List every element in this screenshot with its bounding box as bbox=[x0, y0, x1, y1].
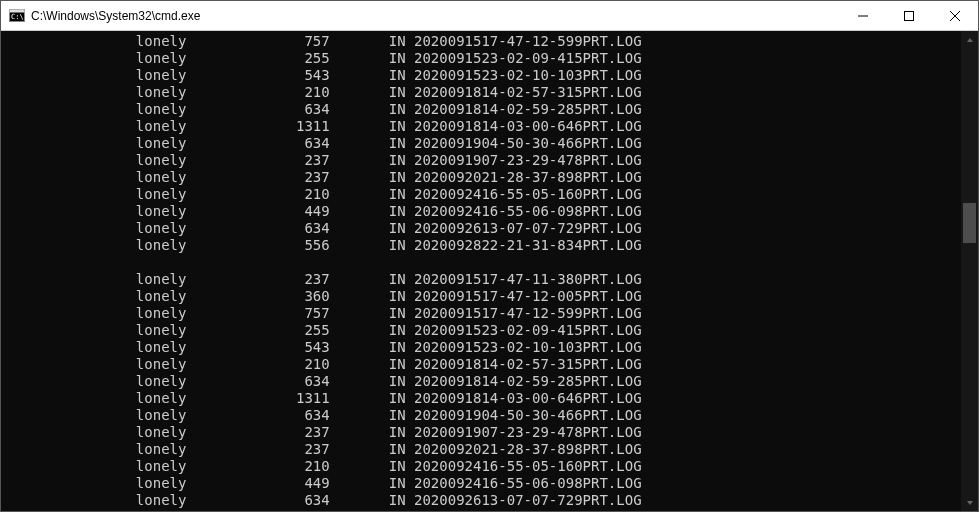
terminal-line: lonely 634 IN 2020092613-07-07-729PRT.LO… bbox=[1, 492, 961, 509]
terminal-line bbox=[1, 254, 961, 271]
terminal-line: lonely 634 IN 2020091904-50-30-466PRT.LO… bbox=[1, 407, 961, 424]
window-controls bbox=[840, 1, 978, 30]
terminal-line: lonely 634 IN 2020091814-02-59-285PRT.LO… bbox=[1, 373, 961, 390]
terminal-line: lonely 556 IN 2020092822-21-31-834PRT.LO… bbox=[1, 509, 961, 511]
terminal-line: lonely 237 IN 2020092021-28-37-898PRT.LO… bbox=[1, 169, 961, 186]
terminal-line: lonely 449 IN 2020092416-55-06-098PRT.LO… bbox=[1, 475, 961, 492]
terminal-line: lonely 210 IN 2020092416-55-05-160PRT.LO… bbox=[1, 186, 961, 203]
window-title: C:\Windows\System32\cmd.exe bbox=[31, 9, 840, 23]
svg-rect-4 bbox=[905, 11, 914, 20]
maximize-button[interactable] bbox=[886, 1, 932, 30]
terminal-output[interactable]: lonely 757 IN 2020091517-47-12-599PRT.LO… bbox=[1, 31, 961, 511]
terminal-line: lonely 634 IN 2020091814-02-59-285PRT.LO… bbox=[1, 101, 961, 118]
terminal-line: lonely 634 IN 2020091904-50-30-466PRT.LO… bbox=[1, 135, 961, 152]
scroll-up-arrow[interactable] bbox=[961, 31, 978, 48]
close-button[interactable] bbox=[932, 1, 978, 30]
terminal-line: lonely 237 IN 2020091517-47-11-380PRT.LO… bbox=[1, 271, 961, 288]
scroll-down-arrow[interactable] bbox=[961, 494, 978, 511]
terminal-area: lonely 757 IN 2020091517-47-12-599PRT.LO… bbox=[1, 31, 978, 511]
terminal-line: lonely 237 IN 2020092021-28-37-898PRT.LO… bbox=[1, 441, 961, 458]
terminal-line: lonely 634 IN 2020092613-07-07-729PRT.LO… bbox=[1, 220, 961, 237]
terminal-line: lonely 210 IN 2020091814-02-57-315PRT.LO… bbox=[1, 84, 961, 101]
terminal-line: lonely 1311 IN 2020091814-03-00-646PRT.L… bbox=[1, 118, 961, 135]
minimize-button[interactable] bbox=[840, 1, 886, 30]
terminal-line: lonely 757 IN 2020091517-47-12-599PRT.LO… bbox=[1, 305, 961, 322]
terminal-line: lonely 237 IN 2020091907-23-29-478PRT.LO… bbox=[1, 152, 961, 169]
terminal-line: lonely 1311 IN 2020091814-03-00-646PRT.L… bbox=[1, 390, 961, 407]
terminal-line: lonely 210 IN 2020092416-55-05-160PRT.LO… bbox=[1, 458, 961, 475]
terminal-line: lonely 360 IN 2020091517-47-12-005PRT.LO… bbox=[1, 288, 961, 305]
scrollbar-thumb[interactable] bbox=[963, 203, 976, 243]
terminal-line: lonely 255 IN 2020091523-02-09-415PRT.LO… bbox=[1, 322, 961, 339]
terminal-line: lonely 757 IN 2020091517-47-12-599PRT.LO… bbox=[1, 33, 961, 50]
vertical-scrollbar[interactable] bbox=[961, 31, 978, 511]
svg-marker-7 bbox=[967, 38, 973, 42]
terminal-line: lonely 556 IN 2020092822-21-31-834PRT.LO… bbox=[1, 237, 961, 254]
cmd-icon: C:\ bbox=[9, 8, 25, 24]
terminal-line: lonely 543 IN 2020091523-02-10-103PRT.LO… bbox=[1, 339, 961, 356]
terminal-line: lonely 449 IN 2020092416-55-06-098PRT.LO… bbox=[1, 203, 961, 220]
svg-text:C:\: C:\ bbox=[11, 13, 24, 21]
terminal-line: lonely 237 IN 2020091907-23-29-478PRT.LO… bbox=[1, 424, 961, 441]
terminal-line: lonely 255 IN 2020091523-02-09-415PRT.LO… bbox=[1, 50, 961, 67]
svg-marker-8 bbox=[967, 501, 973, 505]
titlebar[interactable]: C:\ C:\Windows\System32\cmd.exe bbox=[1, 1, 978, 31]
terminal-line: lonely 543 IN 2020091523-02-10-103PRT.LO… bbox=[1, 67, 961, 84]
terminal-line: lonely 210 IN 2020091814-02-57-315PRT.LO… bbox=[1, 356, 961, 373]
